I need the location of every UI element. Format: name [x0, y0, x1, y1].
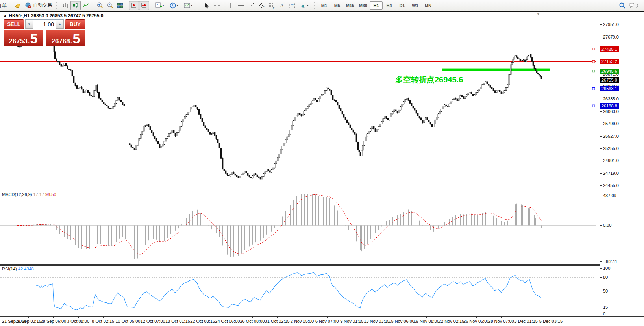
- zoom-in-icon[interactable]: [94, 1, 105, 10]
- price-line-label: 27153.2: [600, 59, 619, 64]
- zoom-out-icon[interactable]: [105, 1, 115, 10]
- text-label-tool-icon[interactable]: T: [287, 1, 297, 10]
- fibonacci-tool-icon[interactable]: F: [266, 1, 277, 10]
- timeframe-mn-button[interactable]: MN: [422, 1, 435, 10]
- rsi-panel[interactable]: RSI(14) 42.4348: [0, 266, 600, 316]
- timeframe-m30-button[interactable]: M30: [357, 1, 370, 10]
- new-chart-button[interactable]: ▾: [153, 1, 167, 10]
- sell-price-display[interactable]: 26753.5: [4, 30, 43, 46]
- macd-signal-value: 96.50: [45, 192, 56, 197]
- buy-button[interactable]: BUY: [65, 19, 85, 29]
- price-axis[interactable]: 27951.027679.027407.027139.026871.026603…: [600, 12, 644, 316]
- volume-decrease-button[interactable]: ▼: [25, 20, 33, 29]
- horizontal-line-tool-icon[interactable]: [236, 1, 246, 10]
- price-tick-label: 27951.0: [603, 22, 619, 27]
- chart-title: ▲ HK50-,H1 26853.0 26853.5 26747.5 26755…: [3, 13, 103, 19]
- time-tick: [103, 317, 104, 318]
- buy-price-pip: 5: [73, 33, 80, 44]
- equidistant-channel-tool-icon[interactable]: E: [256, 1, 266, 10]
- candlestick-chart[interactable]: [0, 13, 600, 190]
- new-chart-caret-icon: ▾: [162, 4, 164, 7]
- time-tick: [501, 317, 502, 318]
- candlestick-mode-icon[interactable]: [70, 1, 81, 10]
- toolbar-separator: [151, 2, 151, 9]
- text-tool-icon[interactable]: A: [277, 1, 287, 10]
- time-tick-label: 26 Nov 05:00: [463, 319, 489, 324]
- chart-template-button[interactable]: ▾: [181, 1, 195, 10]
- price-line-label: 26188.8: [600, 103, 619, 109]
- tile-windows-icon[interactable]: [115, 1, 125, 10]
- price-tick-label: 25527.0: [603, 134, 619, 139]
- time-tick-label: 5 Dec 03:15: [539, 319, 563, 324]
- volume-value[interactable]: 1.00: [33, 20, 56, 29]
- sell-button[interactable]: SELL: [4, 19, 24, 29]
- panel-divider[interactable]: [0, 190, 644, 190]
- svg-text:T: T: [291, 3, 294, 8]
- line-chart-mode-icon[interactable]: [81, 1, 91, 10]
- chart-window: ▲ HK50-,H1 26853.0 26853.5 26747.5 26755…: [0, 11, 644, 326]
- time-tick: [128, 317, 128, 318]
- crosshair-tool-icon[interactable]: [212, 1, 222, 10]
- time-tick: [203, 317, 203, 318]
- volume-increase-button[interactable]: ▲: [56, 20, 64, 29]
- time-tick-label: 28 Nov 07:00: [488, 319, 514, 324]
- time-tick: [377, 317, 377, 318]
- rsi-axis-label: 15: [603, 305, 608, 309]
- time-tick-label: 8 Oct 02:15: [92, 319, 114, 324]
- price-line-label: 27425.1: [600, 46, 619, 52]
- template-caret-icon: ▾: [191, 4, 192, 7]
- panel-divider[interactable]: [0, 264, 644, 265]
- cursor-tool-icon[interactable]: [202, 1, 212, 10]
- price-tick-label: 25255.0: [603, 146, 619, 151]
- timeframe-m5-button[interactable]: M5: [331, 1, 344, 10]
- rsi-chart[interactable]: [0, 266, 600, 316]
- arrows-tool-button[interactable]: ▾: [297, 1, 311, 10]
- trendline-tool-icon[interactable]: [246, 1, 256, 10]
- timeframe-d1-button[interactable]: D1: [396, 1, 409, 10]
- price-line-label: 26755.0: [600, 77, 619, 83]
- chat-icon[interactable]: [627, 1, 640, 10]
- chart-autoscroll-icon[interactable]: [139, 1, 149, 10]
- time-tick: [252, 317, 253, 318]
- time-tick: [4, 317, 4, 318]
- price-chart-panel[interactable]: [0, 13, 600, 190]
- time-tick: [178, 317, 178, 318]
- timeframe-m15-button[interactable]: M15: [344, 1, 357, 10]
- chart-shift-icon[interactable]: [129, 1, 139, 10]
- scroll-end-marker-icon[interactable]: ▼: [537, 12, 540, 16]
- macd-axis-label: -382.11: [603, 259, 618, 264]
- time-axis[interactable]: 21 Sep 201826 Sep 03:1528 Sep 06:003 Oct…: [0, 317, 644, 326]
- time-tick-label: 31 Oct 02:15: [265, 319, 290, 324]
- macd-chart[interactable]: [0, 191, 600, 264]
- notebook-icon[interactable]: [13, 1, 23, 10]
- timeframe-h4-button[interactable]: H4: [383, 1, 396, 10]
- price-tick-label: 27679.0: [603, 35, 619, 39]
- toolbar-grip: [314, 2, 316, 9]
- timeframe-m1-button[interactable]: M1: [318, 1, 331, 10]
- time-tick-label: 6 Nov 07:00: [315, 319, 339, 324]
- buy-price-display[interactable]: 26768.5: [46, 30, 85, 46]
- timeframe-h1-button[interactable]: H1: [370, 1, 383, 10]
- arrows-caret-icon: ▾: [307, 4, 308, 7]
- autotrade-button[interactable]: 自动交易: [23, 1, 54, 10]
- macd-panel[interactable]: MACD(12,26,9) 17.17 96.50: [0, 191, 600, 264]
- time-tick: [551, 317, 551, 318]
- toolbar-separator: [224, 2, 224, 9]
- search-icon[interactable]: [617, 1, 627, 10]
- period-selector-button[interactable]: ▾: [167, 1, 181, 10]
- macd-label: MACD(12,26,9) 17.17 96.50: [2, 192, 56, 197]
- time-tick: [277, 317, 278, 318]
- buy-price-main: 26768: [52, 38, 70, 44]
- time-tick: [28, 317, 29, 318]
- timeframe-group: M1M5M15M30H1H4D1W1MN: [318, 1, 435, 10]
- vertical-line-tool-icon[interactable]: [226, 1, 236, 10]
- time-tick-label: 26 Oct 08:00: [240, 319, 265, 324]
- timeframe-w1-button[interactable]: W1: [409, 1, 422, 10]
- sell-price-main: 26753: [9, 38, 28, 44]
- new-order-button[interactable]: 订单: [0, 2, 13, 9]
- volume-field: ▼ 1.00 ▲: [25, 19, 64, 29]
- time-tick-label: 3 Dec 01:15: [514, 319, 538, 324]
- time-tick-label: 26 Sep 03:15: [15, 319, 41, 324]
- bar-chart-mode-icon[interactable]: [60, 1, 70, 10]
- time-tick: [228, 317, 228, 318]
